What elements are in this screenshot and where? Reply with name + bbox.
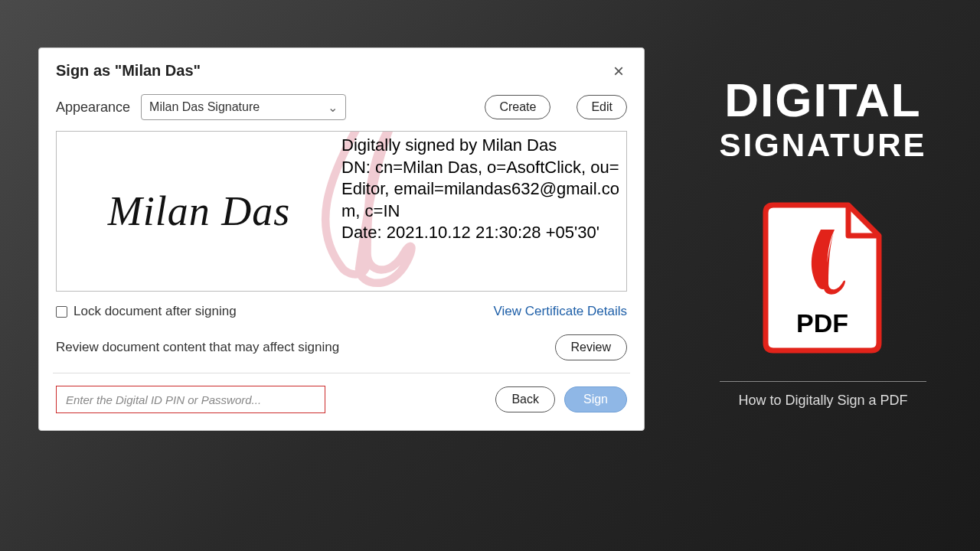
pdf-label: PDF: [796, 308, 848, 337]
promo-title-1: DIGITAL: [681, 77, 965, 124]
signature-preview: Milan Das Digitally signed by Milan Das …: [56, 131, 627, 292]
back-button[interactable]: Back: [495, 386, 555, 412]
view-certificate-link[interactable]: View Certificate Details: [494, 304, 627, 319]
dialog-title: Sign as "Milan Das": [56, 62, 201, 80]
promo-divider: [720, 381, 926, 382]
create-button[interactable]: Create: [485, 95, 550, 119]
promo-panel: DIGITAL SIGNATURE PDF How to Digitally S…: [681, 77, 965, 409]
promo-title-2: SIGNATURE: [681, 127, 965, 164]
signature-script-name: Milan Das: [108, 187, 291, 235]
divider: [53, 373, 630, 373]
lock-row: Lock document after signing View Certifi…: [56, 304, 627, 319]
lock-label: Lock document after signing: [74, 304, 237, 319]
sign-button[interactable]: Sign: [564, 386, 627, 412]
sign-dialog: Sign as "Milan Das" × Appearance Milan D…: [38, 47, 645, 431]
signature-left: Milan Das: [57, 132, 341, 291]
signature-details: Digitally signed by Milan Das DN: cn=Mil…: [341, 135, 620, 285]
pdf-file-icon: PDF: [758, 201, 888, 354]
close-icon[interactable]: ×: [610, 62, 627, 80]
dialog-header: Sign as "Milan Das" ×: [56, 62, 627, 80]
appearance-value: Milan Das Signature: [149, 100, 260, 114]
lock-checkbox-wrap[interactable]: Lock document after signing: [56, 304, 237, 319]
review-button[interactable]: Review: [555, 334, 627, 360]
edit-button[interactable]: Edit: [577, 95, 627, 119]
appearance-dropdown[interactable]: Milan Das Signature ⌄: [141, 94, 346, 120]
bottom-row: Back Sign: [56, 386, 627, 413]
promo-tagline: How to Digitally Sign a PDF: [681, 393, 965, 409]
chevron-down-icon: ⌄: [328, 100, 338, 115]
lock-checkbox[interactable]: [56, 306, 67, 318]
review-text: Review document content that may affect …: [56, 340, 339, 355]
appearance-label: Appearance: [56, 99, 130, 116]
appearance-row: Appearance Milan Das Signature ⌄ Create …: [56, 94, 627, 120]
review-row: Review document content that may affect …: [56, 334, 627, 360]
pin-input[interactable]: [56, 386, 325, 413]
